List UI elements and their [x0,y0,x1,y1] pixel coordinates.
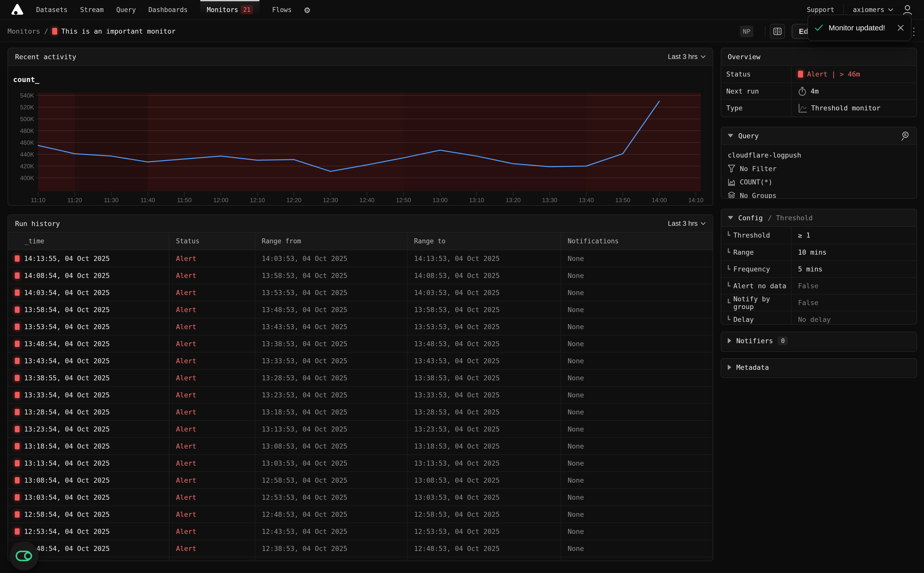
run-notifications: None [561,284,713,301]
column-header-notifications[interactable]: Notifications [561,233,713,250]
nav-item-flows[interactable]: Flows [272,0,291,20]
table-row[interactable]: 12:58:54, 04 Oct 2025Alert12:48:53, 04 O… [8,506,713,523]
table-row[interactable]: 14:03:54, 04 Oct 2025Alert13:53:53, 04 O… [8,284,713,301]
query-groups[interactable]: No Groups [728,191,910,199]
run-time: 14:03:54, 04 Oct 2025 [24,289,110,296]
table-row[interactable]: 13:18:54, 04 Oct 2025Alert13:08:53, 04 O… [8,438,713,455]
run-notifications: None [561,557,713,561]
table-row[interactable]: 13:08:54, 04 Oct 2025Alert12:58:53, 04 O… [8,472,713,489]
table-row[interactable]: 13:33:54, 04 Oct 2025Alert13:23:53, 04 O… [8,387,713,404]
table-row[interactable]: 13:58:54, 04 Oct 2025Alert13:48:53, 04 O… [8,301,713,318]
run-notifications: None [561,301,713,318]
overview-panel: Overview Status Alert | > 46m Next run 4… [721,48,917,117]
x-axis-label: 11:20 [67,197,82,203]
config-value: 10 mins [798,248,827,256]
column-header-range-from[interactable]: Range from [255,233,407,250]
run-history-range-select[interactable]: Last 3 hrs [668,220,706,227]
column-header-status[interactable]: Status [169,233,255,250]
run-status: Alert [169,523,255,540]
column-header-time[interactable]: _time [8,233,169,250]
run-time: 13:53:54, 04 Oct 2025 [24,323,110,331]
run-range-from: 12:48:53, 04 Oct 2025 [255,506,407,523]
run-time: 13:38:55, 04 Oct 2025 [24,374,110,382]
table-row[interactable]: 13:03:54, 04 Oct 2025Alert12:53:53, 04 O… [8,489,713,506]
expand-triangle-icon [728,338,731,343]
nav-item-query[interactable]: Query [116,0,136,20]
query-dataset[interactable]: cloudflare-logpush [728,151,910,159]
run-notifications: None [561,506,713,523]
notifiers-section-header[interactable]: Notifiers 0 [721,332,916,349]
feature-toggle-fab[interactable] [9,542,39,570]
table-row[interactable]: 13:13:54, 04 Oct 2025Alert13:03:53, 04 O… [8,455,713,472]
x-axis-label: 13:50 [615,197,630,203]
table-row[interactable]: 13:38:55, 04 Oct 2025Alert13:28:53, 04 O… [8,369,713,387]
stopwatch-icon [798,86,807,96]
run-range-to: 13:08:53, 04 Oct 2025 [407,472,561,488]
run-status: Alert [169,404,255,420]
query-section-header[interactable]: Query [721,127,916,144]
table-row[interactable]: 14:08:54, 04 Oct 2025Alert13:58:53, 04 O… [8,267,713,284]
x-axis-label: 11:40 [141,197,155,203]
alert-status-square-icon [15,392,20,398]
run-range-from: 13:23:53, 04 Oct 2025 [255,387,407,403]
config-section-header[interactable]: Config / Threshold [721,209,916,226]
table-row[interactable]: 12:43:54, 04 Oct 2025Alert12:33:53, 04 O… [8,557,713,561]
table-row[interactable]: 13:23:54, 04 Oct 2025Alert13:13:53, 04 O… [8,421,713,438]
user-avatar-icon[interactable] [902,4,913,15]
nav-item-dashboards[interactable]: Dashboards [148,0,188,20]
breadcrumb-monitors-link[interactable]: Monitors [8,27,40,35]
run-time: 13:58:54, 04 Oct 2025 [24,306,110,313]
table-row[interactable]: 12:53:54, 04 Oct 2025Alert12:43:53, 04 O… [8,523,713,540]
table-row[interactable]: 13:53:54, 04 Oct 2025Alert13:43:53, 04 O… [8,318,713,335]
run-time: 13:43:54, 04 Oct 2025 [24,357,110,365]
table-row[interactable]: 13:43:54, 04 Oct 2025Alert13:33:53, 04 O… [8,352,713,369]
alert-status-square-icon [15,272,20,279]
query-inspect-icon[interactable] [901,131,910,141]
success-check-icon [814,24,823,31]
table-row[interactable]: 12:48:54, 04 Oct 2025Alert12:38:53, 04 O… [8,540,713,557]
monitor-type-value: Threshold monitor [811,104,880,112]
recent-activity-range-select[interactable]: Last 3 hrs [668,53,706,61]
run-status: Alert [169,472,255,488]
axiom-logo-icon[interactable] [11,3,23,16]
run-status: Alert [169,455,255,471]
alert-status-square-icon [52,28,57,34]
status-value: Alert | > 46m [807,70,860,78]
table-row[interactable]: 14:13:55, 04 Oct 2025Alert14:03:53, 04 O… [8,250,713,267]
view-columns-button[interactable] [770,24,785,39]
run-notifications: None [561,267,713,284]
run-range-to: 13:28:53, 04 Oct 2025 [407,404,561,420]
settings-gear-icon[interactable]: ⚙ [304,0,310,20]
run-time: 12:58:54, 04 Oct 2025 [24,510,110,518]
run-range-from: 12:53:53, 04 Oct 2025 [255,489,407,506]
config-row: ┗Range10 mins [721,244,916,260]
alert-status-square-icon [15,477,20,484]
run-range-to: 13:18:53, 04 Oct 2025 [407,438,561,454]
run-range-to: 12:48:53, 04 Oct 2025 [407,540,561,557]
run-range-from: 14:03:53, 04 Oct 2025 [255,250,407,267]
table-row[interactable]: 13:28:54, 04 Oct 2025Alert13:18:53, 04 O… [8,404,713,421]
table-row[interactable]: 13:48:54, 04 Oct 2025Alert13:38:53, 04 O… [8,335,713,352]
toast-close-icon[interactable] [897,24,904,31]
x-axis-label: 14:00 [652,197,667,203]
nav-item-stream[interactable]: Stream [80,0,103,20]
run-range-from: 13:53:53, 04 Oct 2025 [255,284,407,301]
toast-message: Monitor updated! [828,23,891,32]
alert-status-square-icon [15,290,20,296]
config-label: Range [733,248,753,256]
query-aggregation[interactable]: COUNT(*) [728,178,910,186]
x-axis-label: 11:50 [177,197,191,203]
config-label: Notify by group [733,295,791,311]
org-switcher[interactable]: axiomers [853,6,893,14]
x-axis-label: 13:00 [433,197,448,203]
query-filter[interactable]: No Filter [728,164,910,172]
run-range-from: 13:33:53, 04 Oct 2025 [255,352,407,369]
support-link[interactable]: Support [807,6,835,14]
column-header-range-to[interactable]: Range to [407,233,561,250]
nav-item-monitors[interactable]: Monitors 21 [200,0,260,20]
run-range-to: 13:38:53, 04 Oct 2025 [407,369,561,386]
metadata-section-header[interactable]: Metadata [721,359,916,376]
run-time: 13:28:54, 04 Oct 2025 [24,408,110,416]
nav-item-datasets[interactable]: Datasets [36,0,67,20]
np-badge: NP [740,26,753,37]
